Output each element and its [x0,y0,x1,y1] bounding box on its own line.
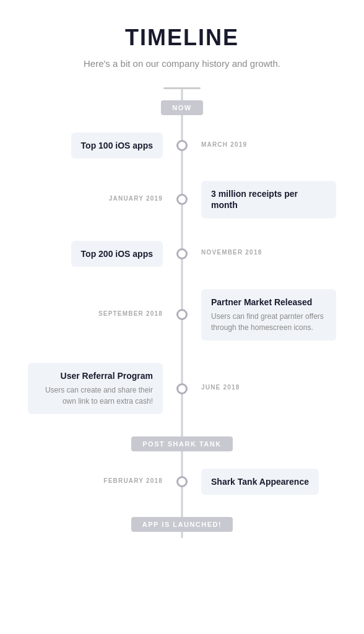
event-right-november-2018: NOVEMBER 2018 [188,249,336,258]
milestone-app-launched: APP IS LAUNCHED! [131,517,233,532]
card-top-200-ios: Top 200 iOS apps [71,241,163,267]
date-june-2018: JUNE 2018 [201,384,240,391]
event-june-2018: User Referral Program Users can create a… [0,363,364,414]
card-referral-program: User Referral Program Users can create a… [28,363,163,414]
card-title-top-100-ios: Top 100 iOS apps [81,140,153,151]
event-left-september-2018: SEPTEMBER 2018 [28,310,176,319]
card-partner-market: Partner Market Released Users can find g… [201,289,336,341]
page-subtitle: Here's a bit on our company history and … [84,58,280,69]
page-title: TIMELINE [125,25,239,51]
node-january-2019 [176,194,188,205]
card-title-3m-receipts: 3 million receipts per month [211,188,326,211]
event-right-march-2019: MARCH 2019 [188,141,336,150]
event-september-2018: SEPTEMBER 2018 Partner Market Released U… [0,289,364,341]
event-right-september-2018: Partner Market Released Users can find g… [188,289,336,341]
card-top-100-ios: Top 100 iOS apps [71,132,163,158]
event-left-november-2018: Top 200 iOS apps [28,241,176,267]
node-february-2018 [176,476,188,487]
milestone-post-shark-tank: POST SHARK TANK [131,436,232,451]
event-right-january-2019: 3 million receipts per month [188,181,336,218]
date-september-2018: SEPTEMBER 2018 [98,310,163,317]
card-title-top-200-ios: Top 200 iOS apps [81,248,153,259]
event-right-june-2018: JUNE 2018 [188,384,336,393]
event-january-2019: JANUARY 2019 3 million receipts per mont… [0,181,364,218]
milestone-now: NOW [161,100,202,115]
date-november-2018: NOVEMBER 2018 [201,249,262,256]
node-september-2018 [176,309,188,320]
node-june-2018 [176,383,188,394]
date-march-2019: MARCH 2019 [201,141,247,148]
card-body-referral-program: Users can create and share their own lin… [38,384,153,407]
event-left-march-2019: Top 100 iOS apps [28,132,176,158]
card-shark-tank: Shark Tank Appearence [201,469,319,495]
event-left-february-2018: FEBRUARY 2018 [28,477,176,487]
event-march-2019: Top 100 iOS apps MARCH 2019 [0,132,364,158]
event-november-2018: Top 200 iOS apps NOVEMBER 2018 [0,241,364,267]
card-body-partner-market: Users can find great parnter offers thro… [211,311,326,333]
event-right-february-2018: Shark Tank Appearence [188,469,336,495]
event-left-june-2018: User Referral Program Users can create a… [28,363,176,414]
date-february-2018: FEBRUARY 2018 [103,477,163,484]
card-title-shark-tank: Shark Tank Appearence [211,476,309,487]
card-title-partner-market: Partner Market Released [211,297,326,308]
card-title-referral-program: User Referral Program [38,370,153,381]
node-march-2019 [176,140,188,151]
date-january-2019: JANUARY 2019 [109,195,163,202]
card-3m-receipts: 3 million receipts per month [201,181,336,218]
event-left-january-2019: JANUARY 2019 [28,195,176,204]
event-february-2018: FEBRUARY 2018 Shark Tank Appearence [0,469,364,495]
node-november-2018 [176,248,188,259]
timeline: NOW Top 100 iOS apps MARCH 2019 JANUARY … [0,89,364,538]
page-wrapper: TIMELINE Here's a bit on our company his… [0,0,364,575]
